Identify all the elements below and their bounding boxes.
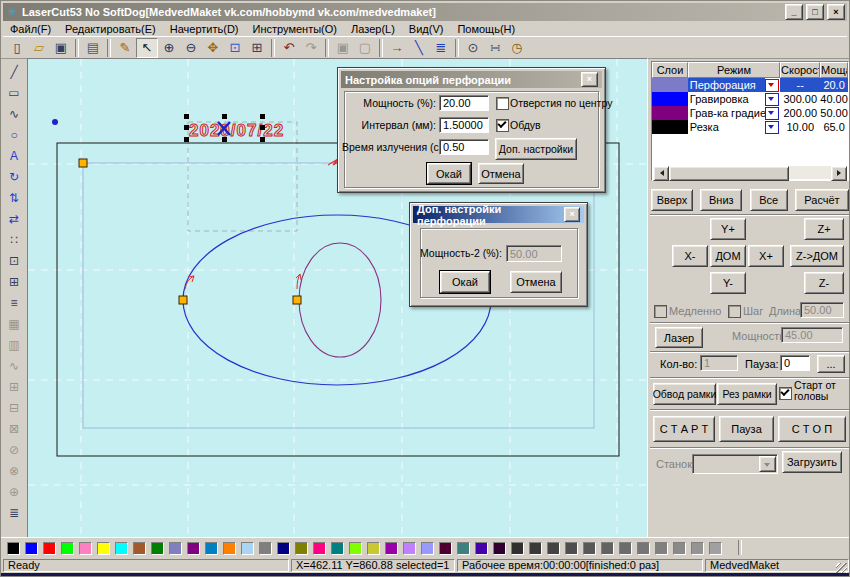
palette-swatch[interactable] xyxy=(295,542,308,555)
dialog-title-bar[interactable]: Настройка опций перфорации × xyxy=(341,71,602,88)
menu-item[interactable]: Инструменты(O) xyxy=(246,22,344,36)
jog-x-plus-button[interactable]: X+ xyxy=(748,245,784,267)
select-arrow-icon[interactable]: ↖ xyxy=(136,38,158,58)
pan-hand-icon[interactable]: ✥ xyxy=(202,38,224,58)
layer-row[interactable]: Грав-ка градиентом200.0050.00 xyxy=(652,106,848,120)
laser-button[interactable]: Лазер xyxy=(655,327,703,348)
palette-swatch[interactable] xyxy=(673,542,686,555)
ok-button[interactable]: Окай xyxy=(427,163,471,184)
time-estimate-icon[interactable]: ◷ xyxy=(506,38,528,58)
layer-all-button[interactable]: Все xyxy=(750,189,788,211)
layer-mode-dropdown[interactable] xyxy=(765,79,779,92)
palette-swatch[interactable] xyxy=(475,542,488,555)
layer-mode-dropdown[interactable] xyxy=(765,107,779,120)
layer-color-swatch[interactable] xyxy=(652,92,688,106)
start-from-head-checkbox[interactable] xyxy=(779,387,792,400)
palette-swatch[interactable] xyxy=(241,542,254,555)
mirror-horizontal-icon[interactable]: ⇄ xyxy=(4,209,24,230)
ellipse-tool-icon[interactable]: ○ xyxy=(4,125,24,146)
palette-swatch[interactable] xyxy=(79,542,92,555)
palette-swatch[interactable] xyxy=(529,542,542,555)
align-icon[interactable]: ≡ xyxy=(4,293,24,314)
cancel-button[interactable]: Отмена xyxy=(510,271,562,293)
jog-x-minus-button[interactable]: X- xyxy=(672,245,708,267)
palette-swatch[interactable] xyxy=(25,542,38,555)
scale-tool-icon[interactable]: ⊡ xyxy=(4,251,24,272)
palette-swatch[interactable] xyxy=(385,542,398,555)
palette-swatch[interactable] xyxy=(277,542,290,555)
palette-swatch[interactable] xyxy=(151,542,164,555)
date-text[interactable]: 2020/07/22 xyxy=(189,121,284,140)
ok-button[interactable]: Окай xyxy=(440,271,490,293)
menu-item[interactable]: Помощь(H) xyxy=(450,22,522,36)
preview-icon[interactable]: ⊙ xyxy=(462,38,484,58)
minimize-button[interactable]: _ xyxy=(785,4,803,20)
palette-swatch[interactable] xyxy=(493,542,506,555)
emission-time-input[interactable] xyxy=(439,139,489,155)
trace-frame-button[interactable]: Обвод рамки xyxy=(653,383,716,405)
palette-swatch[interactable] xyxy=(637,542,650,555)
layers-stack-icon[interactable]: ≣ xyxy=(4,503,24,524)
maximize-button[interactable]: □ xyxy=(806,4,824,20)
layer-table-scrollbar[interactable] xyxy=(653,166,847,179)
extra-settings-button[interactable]: Доп. настройки xyxy=(495,138,577,160)
rectangle-tool-icon[interactable]: ▭ xyxy=(4,83,24,104)
menu-item[interactable]: Лазер(L) xyxy=(344,22,402,36)
palette-swatch[interactable] xyxy=(655,542,668,555)
close-icon[interactable]: × xyxy=(564,207,580,222)
cut-frame-button[interactable]: Рез рамки xyxy=(717,383,777,405)
zoom-out-icon[interactable]: ⊖ xyxy=(180,38,202,58)
jog-z-minus-button[interactable]: Z- xyxy=(804,272,844,294)
new-document-icon[interactable]: ▯ xyxy=(6,38,28,58)
scroll-thumb[interactable] xyxy=(669,166,789,181)
palette-swatch[interactable] xyxy=(187,542,200,555)
palette-swatch[interactable] xyxy=(583,542,596,555)
simulate-icon[interactable]: ≣ xyxy=(430,38,452,58)
import-file-icon[interactable]: ▤ xyxy=(82,38,104,58)
palette-swatch[interactable] xyxy=(43,542,56,555)
palette-swatch[interactable] xyxy=(367,542,380,555)
scroll-left-arrow[interactable] xyxy=(653,166,669,181)
palette-swatch[interactable] xyxy=(205,542,218,555)
blow-checkbox[interactable] xyxy=(496,119,509,132)
polyline-tool-icon[interactable]: ∿ xyxy=(4,104,24,125)
menu-item[interactable]: Файл(F) xyxy=(3,22,58,36)
jog-z-home-button[interactable]: Z->ДОМ xyxy=(790,245,844,267)
palette-swatch[interactable] xyxy=(169,542,182,555)
dialog-title-bar[interactable]: Доп. настройки перфорации × xyxy=(413,206,584,223)
palette-swatch[interactable] xyxy=(133,542,146,555)
palette-swatch[interactable] xyxy=(439,542,452,555)
jog-y-plus-button[interactable]: Y+ xyxy=(710,218,746,240)
pen-tool-icon[interactable]: ╲ xyxy=(408,38,430,58)
stop-button[interactable]: С Т О П xyxy=(778,416,846,442)
power-input[interactable] xyxy=(439,95,489,111)
pause-delay-input[interactable] xyxy=(780,355,810,371)
layer-mode-dropdown[interactable] xyxy=(765,121,779,134)
jog-home-button[interactable]: ДОМ xyxy=(710,245,746,267)
menu-item[interactable]: Редактировать(E) xyxy=(58,22,163,36)
save-icon[interactable]: ▣ xyxy=(50,38,72,58)
palette-swatch[interactable] xyxy=(223,542,236,555)
mirror-vertical-icon[interactable]: ⇅ xyxy=(4,188,24,209)
palette-swatch[interactable] xyxy=(511,542,524,555)
layer-color-swatch[interactable] xyxy=(652,106,688,120)
palette-swatch[interactable] xyxy=(259,542,272,555)
palette-swatch[interactable] xyxy=(115,542,128,555)
start-node-handle[interactable] xyxy=(79,159,87,167)
scroll-right-arrow[interactable] xyxy=(831,166,847,181)
interval-input[interactable] xyxy=(439,117,489,133)
palette-swatch[interactable] xyxy=(619,542,632,555)
more-options-button[interactable]: ... xyxy=(817,355,845,373)
open-folder-icon[interactable]: ▱ xyxy=(28,38,50,58)
palette-swatch[interactable] xyxy=(313,542,326,555)
layer-down-button[interactable]: Вниз xyxy=(700,189,742,211)
node-edit-icon[interactable]: ∷ xyxy=(4,230,24,251)
line-tool-icon[interactable]: ╱ xyxy=(4,62,24,83)
layer-mode-dropdown[interactable] xyxy=(765,93,779,106)
start-button[interactable]: С Т А Р Т xyxy=(653,416,715,442)
rotate-tool-icon[interactable]: ↻ xyxy=(4,167,24,188)
palette-swatch[interactable] xyxy=(709,542,722,555)
close-button[interactable]: × xyxy=(827,4,845,20)
palette-swatch[interactable] xyxy=(421,542,434,555)
output-arrow-icon[interactable]: → xyxy=(386,38,408,58)
